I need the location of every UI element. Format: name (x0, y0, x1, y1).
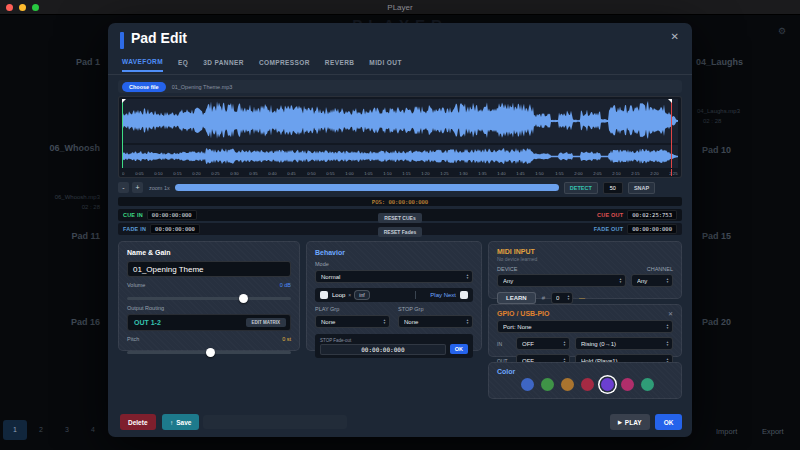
page-tab-2[interactable]: 2 (29, 420, 53, 440)
pad-cell-10[interactable]: Pad 10 (702, 145, 731, 155)
stepper-icon: ▲▼ (619, 278, 622, 283)
midi-learn-button[interactable]: LEARN (497, 292, 536, 304)
pad-cell-4[interactable]: 04_Laughs (696, 57, 743, 67)
zoom-level-label: zoom 1x (149, 185, 170, 191)
gpio-close-icon[interactable]: ✕ (668, 310, 673, 317)
output-routing-label: Output Routing (127, 305, 291, 311)
color-swatch-red[interactable] (581, 378, 594, 391)
play-grp-label: PLAY Grp (315, 306, 390, 312)
gear-icon[interactable]: ⚙ (778, 26, 786, 36)
edit-matrix-button[interactable]: EDIT MATRIX (246, 318, 286, 327)
reset-fades-wrap: RESET Fades (118, 220, 682, 238)
dialog-title: Pad Edit (131, 30, 187, 46)
play-grp-select[interactable]: None ▲▼ (315, 315, 390, 328)
color-swatch-purple-selected[interactable] (601, 378, 614, 391)
page-tab-1[interactable]: 1 (3, 420, 27, 440)
divider (415, 291, 416, 299)
pad-cell-4-file: 04_Laughs.mp3 (697, 108, 740, 114)
waveform-display[interactable]: 00:050:100:150:200:250:300:350:400:450:5… (118, 96, 682, 178)
stop-fadeout-input[interactable]: 00:00:00:000 (320, 344, 446, 355)
stop-fadeout-box: STOP Fade-out 00:00:00:000 OK (315, 334, 473, 358)
footer-field (203, 415, 347, 429)
pad-cell-15[interactable]: Pad 15 (702, 231, 731, 241)
pitch-slider-thumb[interactable] (206, 348, 215, 357)
detect-threshold-input[interactable]: 50 (603, 182, 623, 194)
volume-value: 0 dB (280, 282, 291, 288)
playhead-position: POS: 00:00:00:000 (118, 199, 682, 205)
play-button[interactable]: ▶ PLAY (610, 414, 650, 430)
output-routing-box: OUT 1-2 EDIT MATRIX (127, 314, 291, 331)
screen: PLayer PLAYER ⚙ Pad 1 06_Whoosh 06_Whoos… (0, 0, 800, 450)
midi-input-panel: MIDI INPUT No device learned DEVICE CHAN… (488, 241, 682, 299)
titlebar: PLayer (0, 0, 800, 15)
page-tab-3[interactable]: 3 (55, 420, 79, 440)
tab-midi-out[interactable]: MIDI OUT (369, 59, 401, 71)
close-icon[interactable]: ✕ (671, 31, 679, 42)
midi-device-select[interactable]: Any ▲▼ (497, 274, 626, 287)
gpio-port-select[interactable]: Port: None ▲▼ (497, 320, 673, 333)
volume-slider[interactable] (127, 297, 291, 300)
ok-button[interactable]: OK (655, 414, 682, 430)
delete-button[interactable]: Delete (120, 414, 156, 430)
timeline-end-marker (671, 169, 672, 176)
pad-cell-11[interactable]: Pad 11 (0, 231, 100, 241)
gpio-in-edge-select[interactable]: Rising (0→1) ▲▼ (575, 337, 673, 350)
timeline-ruler[interactable]: 00:050:100:150:200:250:300:350:400:450:5… (122, 169, 678, 177)
stepper-icon: ▲▼ (466, 274, 469, 279)
stepper-icon: ▲▼ (666, 278, 669, 283)
tab-eq[interactable]: EQ (178, 59, 188, 71)
color-swatch-teal[interactable] (641, 378, 654, 391)
stepper-icon: ▲▼ (466, 319, 469, 324)
fade-out-handle[interactable] (668, 99, 672, 103)
midi-note-stepper[interactable]: 0 ▲▼ (551, 292, 573, 304)
volume-slider-thumb[interactable] (239, 294, 248, 303)
stop-grp-select[interactable]: None ▲▼ (398, 315, 473, 328)
gpio-panel: GPIO / USB-PIO ✕ Port: None ▲▼ IN OFF ▲▼… (488, 304, 682, 357)
pad-cell-16[interactable]: Pad 16 (0, 317, 100, 327)
detect-button[interactable]: DETECT (564, 182, 598, 194)
pad-cell-6-file: 06_Whoosh.mp3 (0, 194, 100, 200)
zoom-in-button[interactable]: + (132, 182, 143, 193)
reset-fades-button[interactable]: RESET Fades (378, 227, 423, 237)
zoom-range-slider[interactable] (175, 184, 559, 191)
loop-times-sign: × (348, 292, 351, 298)
mode-select[interactable]: Normal ▲▼ (315, 270, 473, 283)
fade-in-handle[interactable] (122, 99, 126, 103)
pitch-slider[interactable] (127, 351, 291, 354)
stop-fadeout-label: STOP Fade-out (320, 338, 468, 343)
window-title: PLayer (0, 3, 800, 12)
color-swatch-green[interactable] (541, 378, 554, 391)
fade-strip: FADE IN 00:00:00:000 RESET Fades FADE OU… (118, 223, 682, 235)
color-swatch-blue[interactable] (521, 378, 534, 391)
pad-cell-6[interactable]: 06_Whoosh (0, 143, 100, 153)
cue-out-marker[interactable] (671, 99, 672, 168)
pad-cell-1[interactable]: Pad 1 (0, 57, 100, 67)
cue-in-marker[interactable] (122, 99, 123, 168)
zoom-out-button[interactable]: - (118, 182, 129, 193)
tab-3d-panner[interactable]: 3D PANNER (203, 59, 244, 71)
pad-cell-20[interactable]: Pad 20 (702, 317, 731, 327)
choose-file-button[interactable]: Choose file (122, 82, 166, 92)
stepper-icon: ▲▼ (567, 295, 570, 300)
color-swatch-orange[interactable] (561, 378, 574, 391)
page-tab-4[interactable]: 4 (81, 420, 105, 440)
loop-count-input[interactable]: inf (354, 290, 369, 300)
tab-waveform[interactable]: WAVEFORM (122, 58, 163, 72)
tab-compressor[interactable]: COMPRESSOR (259, 59, 310, 71)
save-button[interactable]: ↑ Save (162, 414, 199, 430)
play-next-checkbox[interactable] (460, 291, 468, 299)
pad-edit-dialog: Pad Edit ✕ WAVEFORM EQ 3D PANNER COMPRES… (108, 23, 692, 437)
import-button[interactable]: Import (716, 427, 737, 436)
pad-name-input[interactable]: 01_Opening Theme (127, 261, 291, 277)
stop-fadeout-ok-button[interactable]: OK (450, 344, 468, 354)
tab-reverb[interactable]: REVERB (325, 59, 355, 71)
midi-assignment-dash: — (579, 295, 585, 301)
loop-checkbox[interactable] (320, 291, 328, 299)
mode-label: Mode (315, 261, 473, 267)
gpio-in-mode-select[interactable]: OFF ▲▼ (516, 337, 570, 350)
export-button[interactable]: Export (762, 427, 784, 436)
color-swatch-magenta[interactable] (621, 378, 634, 391)
midi-channel-select[interactable]: Any ▲▼ (631, 274, 673, 287)
channel-label: CHANNEL (647, 266, 673, 272)
snap-button[interactable]: SNAP (628, 182, 655, 194)
